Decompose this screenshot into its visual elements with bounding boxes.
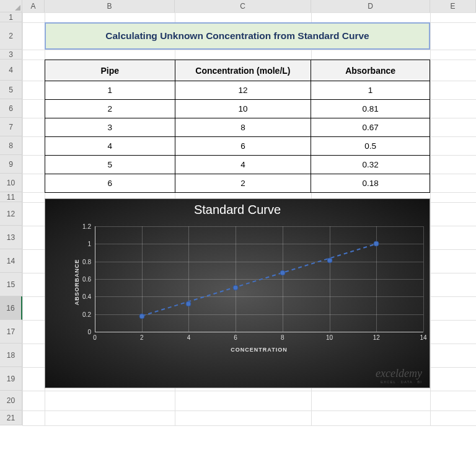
- column-header-D[interactable]: D: [311, 0, 430, 12]
- table-cell[interactable]: 4: [175, 156, 311, 174]
- table-cell[interactable]: 1: [45, 81, 175, 100]
- table-header: Absorbance: [311, 60, 430, 81]
- chart-object[interactable]: Standard Curve ABSORBANCE CONCENTRATION …: [45, 198, 430, 388]
- select-all-corner[interactable]: [0, 0, 22, 12]
- chart-y-tick: 0.6: [73, 276, 91, 283]
- gridline-horizontal: [22, 425, 476, 426]
- chart-x-tick: 12: [367, 334, 386, 341]
- spreadsheet-grid: ABCDE 123456789101112131415161718192021 …: [0, 0, 476, 457]
- table-row: 2100.81: [45, 100, 430, 118]
- chart-x-tick: 0: [86, 334, 104, 341]
- column-header-B[interactable]: B: [45, 0, 175, 12]
- column-header-A[interactable]: A: [22, 0, 45, 12]
- row-header-2[interactable]: 2: [0, 22, 22, 50]
- table-cell[interactable]: 1: [311, 81, 430, 100]
- row-header-6[interactable]: 6: [0, 99, 22, 118]
- table-row: 460.5: [45, 137, 430, 156]
- chart-trendline: [142, 244, 377, 316]
- watermark: exceldemy EXCEL · DATA · BI: [376, 367, 422, 384]
- chart-x-tick: 2: [133, 334, 151, 341]
- table-row: 540.32: [45, 156, 430, 174]
- chart-y-tick: 0.8: [73, 258, 91, 265]
- chart-x-tick: 6: [226, 334, 245, 341]
- chart-x-tick: 4: [179, 334, 198, 341]
- row-header-7[interactable]: 7: [0, 118, 22, 136]
- table-cell[interactable]: 3: [45, 118, 175, 137]
- row-header-17[interactable]: 17: [0, 320, 22, 344]
- row-header-5[interactable]: 5: [0, 81, 22, 99]
- table-cell[interactable]: 12: [175, 81, 311, 100]
- watermark-tagline: EXCEL · DATA · BI: [376, 380, 422, 384]
- chart-gridline-vertical: [423, 226, 424, 332]
- chart-y-tick: 1.2: [73, 223, 91, 230]
- table-cell[interactable]: 5: [45, 156, 175, 174]
- table-header: Pipe: [45, 60, 175, 81]
- title-text: Calculating Unknown Concentration from S…: [105, 30, 369, 42]
- table-cell[interactable]: 4: [45, 137, 175, 156]
- gridline-horizontal: [22, 12, 476, 13]
- column-header-C[interactable]: C: [175, 0, 311, 12]
- chart-data-point: [280, 270, 285, 276]
- chart-data-point: [233, 285, 239, 291]
- row-headers: 123456789101112131415161718192021: [0, 12, 22, 425]
- row-header-8[interactable]: 8: [0, 136, 22, 155]
- chart-y-tick: 0.2: [73, 311, 91, 317]
- table-row: 380.67: [45, 118, 430, 137]
- column-headers: ABCDE: [0, 0, 476, 12]
- chart-title: Standard Curve: [45, 199, 430, 217]
- gridline-horizontal: [22, 410, 476, 411]
- table-cell[interactable]: 0.67: [311, 118, 430, 137]
- table-header: Concentration (mole/L): [175, 60, 311, 81]
- column-header-E[interactable]: E: [430, 0, 476, 12]
- chart-x-tick: 14: [414, 334, 433, 341]
- row-header-21[interactable]: 21: [0, 410, 22, 425]
- row-header-11[interactable]: 11: [0, 192, 22, 202]
- title-banner: Calculating Unknown Concentration from S…: [45, 22, 430, 50]
- chart-x-tick: 8: [273, 334, 292, 341]
- chart-data-point: [139, 313, 144, 319]
- table-cell[interactable]: 0.18: [311, 174, 430, 193]
- gridline-horizontal: [22, 50, 476, 50]
- table-row: 1121: [45, 81, 430, 100]
- table-row: 620.18: [45, 174, 430, 193]
- row-header-15[interactable]: 15: [0, 273, 22, 296]
- row-header-1[interactable]: 1: [0, 12, 22, 22]
- chart-y-tick: 1: [73, 241, 91, 247]
- table-cell[interactable]: 6: [45, 174, 175, 193]
- chart-gridline-horizontal: [95, 332, 423, 332]
- row-header-3[interactable]: 3: [0, 50, 22, 60]
- table-cell[interactable]: 2: [45, 100, 175, 118]
- chart-data-point: [327, 258, 332, 264]
- gridline-vertical: [430, 12, 431, 425]
- table-cell[interactable]: 6: [175, 137, 311, 156]
- table-cell[interactable]: 0.81: [311, 100, 430, 118]
- row-header-20[interactable]: 20: [0, 391, 22, 410]
- chart-plot-area: ABSORBANCE CONCENTRATION 0246810121400.2…: [95, 226, 423, 332]
- row-header-4[interactable]: 4: [0, 60, 22, 81]
- watermark-logo: exceldemy: [376, 367, 422, 380]
- chart-y-tick: 0: [73, 329, 91, 335]
- chart-y-tick: 0.4: [73, 293, 91, 300]
- chart-data-point: [374, 241, 379, 247]
- row-header-18[interactable]: 18: [0, 344, 22, 367]
- chart-x-axis-label: CONCENTRATION: [231, 347, 287, 353]
- row-header-13[interactable]: 13: [0, 226, 22, 249]
- gridline-horizontal: [22, 391, 476, 391]
- row-header-16[interactable]: 16: [0, 296, 22, 320]
- data-table: PipeConcentration (mole/L)Absorbance1121…: [45, 60, 430, 193]
- row-header-19[interactable]: 19: [0, 367, 22, 391]
- table-cell[interactable]: 2: [175, 174, 311, 193]
- table-cell[interactable]: 8: [175, 118, 311, 137]
- table-cell[interactable]: 0.5: [311, 137, 430, 156]
- gridline-vertical: [22, 12, 23, 425]
- row-header-12[interactable]: 12: [0, 202, 22, 226]
- row-header-14[interactable]: 14: [0, 249, 22, 273]
- chart-x-tick: 10: [320, 334, 339, 341]
- row-header-10[interactable]: 10: [0, 174, 22, 192]
- row-header-9[interactable]: 9: [0, 155, 22, 174]
- table-cell[interactable]: 10: [175, 100, 311, 118]
- chart-data-point: [186, 301, 192, 306]
- table-cell[interactable]: 0.32: [311, 156, 430, 174]
